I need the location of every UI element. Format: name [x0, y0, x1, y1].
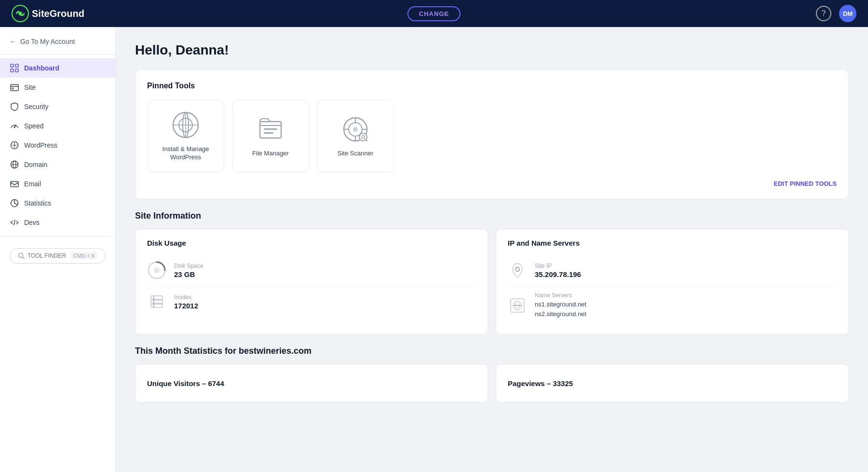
disk-space-info: Disk Space 23 GB — [174, 263, 203, 278]
name-servers-row: Name Servers ns1.siteground.net ns2.site… — [508, 286, 837, 324]
pinned-tools-title: Pinned Tools — [147, 82, 837, 90]
layout: ← Go To My Account Dashboard Site Securi… — [0, 27, 868, 472]
svg-rect-4 — [11, 69, 14, 72]
logo-text: SiteGround — [32, 8, 84, 19]
help-icon: ? — [822, 9, 826, 18]
pinned-tool-wordpress-label: Install & Manage WordPress — [155, 145, 216, 162]
wordpress-tool-icon — [171, 111, 200, 139]
site-ip-value: 35.209.78.196 — [535, 270, 581, 278]
topnav-right: ? DM — [816, 5, 856, 22]
sidebar-item-domain[interactable]: Domain — [0, 155, 115, 174]
statistics-icon — [10, 198, 19, 208]
sidebar-item-label: Domain — [24, 161, 47, 168]
site-ip-info: Site IP 35.209.78.196 — [535, 263, 581, 278]
pinned-tool-site-scanner-label: Site Scanner — [338, 150, 373, 158]
ip-name-servers-title: IP and Name Servers — [508, 239, 837, 247]
disk-usage-card: Disk Usage Disk Space 23 GB — [135, 229, 488, 334]
change-button[interactable]: CHANGE — [407, 6, 461, 21]
inodes-icon — [147, 292, 166, 311]
sidebar-item-wordpress[interactable]: WordPress — [0, 136, 115, 155]
ip-name-servers-card: IP and Name Servers Site IP 35.209.78.19… — [496, 229, 849, 334]
sidebar-item-speed[interactable]: Speed — [0, 116, 115, 136]
back-arrow-icon: ← — [10, 38, 16, 45]
sidebar-item-label: Dashboard — [24, 64, 59, 72]
topnav: SiteGround CHANGE ? DM — [0, 0, 868, 27]
disk-space-label: Disk Space — [174, 263, 203, 269]
pinned-tool-file-manager[interactable]: File Manager — [232, 100, 309, 172]
sidebar-item-security[interactable]: Security — [0, 97, 115, 116]
statistics-title: This Month Statistics for bestwineries.c… — [135, 346, 849, 356]
security-icon — [10, 102, 19, 111]
sidebar-item-dashboard[interactable]: Dashboard — [0, 58, 115, 78]
devs-icon — [10, 218, 19, 227]
search-icon — [18, 252, 25, 259]
tool-finder-label: TOOL FINDER — [27, 252, 66, 259]
pinned-tool-site-scanner[interactable]: Site Scanner — [317, 100, 394, 172]
svg-rect-12 — [11, 181, 18, 187]
go-to-my-account-link[interactable]: ← Go To My Account — [0, 33, 115, 50]
sidebar-item-label: Email — [24, 180, 41, 188]
disk-space-row: Disk Space 23 GB — [147, 255, 476, 286]
sidebar-item-statistics[interactable]: Statistics — [0, 194, 115, 213]
sidebar-divider-2 — [0, 236, 115, 236]
sidebar-item-label: Speed — [24, 122, 43, 130]
logo: SiteGround — [12, 5, 84, 22]
inodes-value: 172012 — [174, 302, 198, 310]
svg-point-8 — [14, 127, 15, 128]
siteground-logo-icon — [12, 5, 29, 22]
disk-space-value: 23 GB — [174, 270, 203, 278]
unique-visitors-card: Unique Visitors – 6744 — [135, 364, 488, 403]
disk-usage-title: Disk Usage — [147, 239, 476, 247]
site-ip-row: Site IP 35.209.78.196 — [508, 255, 837, 286]
sidebar-item-email[interactable]: Email — [0, 174, 115, 194]
site-scanner-tool-icon — [341, 115, 370, 144]
svg-rect-5 — [15, 69, 18, 72]
svg-rect-6 — [11, 84, 18, 91]
svg-rect-35 — [151, 303, 163, 305]
avatar-button[interactable]: DM — [839, 5, 856, 22]
ns2-value: ns2.siteground.net — [535, 309, 586, 319]
sidebar-item-label: Devs — [24, 219, 40, 226]
name-servers-info: Name Servers ns1.siteground.net ns2.site… — [535, 292, 586, 319]
inodes-label: Inodes — [174, 294, 198, 301]
sidebar-item-label: Site — [24, 83, 36, 91]
domain-icon — [10, 160, 19, 169]
file-manager-tool-icon — [256, 115, 285, 144]
sidebar: ← Go To My Account Dashboard Site Securi… — [0, 27, 116, 472]
svg-rect-20 — [264, 132, 273, 134]
inodes-info: Inodes 172012 — [174, 294, 198, 310]
pinned-tools-card: Pinned Tools Install & Manage WordPress — [135, 69, 849, 199]
site-info-grid: Disk Usage Disk Space 23 GB — [135, 229, 849, 334]
inodes-row: Inodes 172012 — [147, 286, 476, 317]
stats-grid: Unique Visitors – 6744 Pageviews – 33325 — [135, 364, 849, 403]
sidebar-item-label: Security — [24, 103, 49, 111]
statistics-section: This Month Statistics for bestwineries.c… — [135, 346, 849, 403]
pinned-tool-wordpress[interactable]: Install & Manage WordPress — [147, 100, 224, 172]
edit-pinned-tools-link[interactable]: EDIT PINNED TOOLS — [147, 180, 837, 187]
disk-space-icon — [147, 261, 166, 280]
svg-point-32 — [154, 267, 160, 273]
page-greeting: Hello, Deanna! — [135, 42, 849, 58]
sidebar-item-label: WordPress — [24, 141, 57, 149]
svg-rect-34 — [151, 299, 163, 301]
sidebar-item-label: Statistics — [24, 199, 51, 207]
ns1-value: ns1.siteground.net — [535, 300, 586, 309]
speed-icon — [10, 121, 19, 131]
sidebar-item-devs[interactable]: Devs — [0, 213, 115, 232]
tool-finder-shortcut: CMD + K — [71, 252, 97, 259]
pinned-tools-grid: Install & Manage WordPress File Manager — [147, 100, 837, 172]
tool-finder-button[interactable]: TOOL FINDER CMD + K — [10, 248, 106, 264]
sidebar-item-site[interactable]: Site — [0, 78, 115, 97]
pinned-tool-file-manager-label: File Manager — [252, 150, 289, 158]
wordpress-icon — [10, 140, 19, 150]
site-icon — [10, 83, 19, 92]
name-servers-icon — [508, 296, 527, 315]
name-servers-label: Name Servers — [535, 292, 586, 299]
main-content: Hello, Deanna! Pinned Tools Install & Ma… — [116, 27, 868, 472]
svg-point-37 — [515, 267, 519, 271]
email-icon — [10, 179, 19, 189]
unique-visitors-label: Unique Visitors – 6744 — [147, 379, 224, 388]
help-button[interactable]: ? — [816, 6, 831, 21]
pageviews-card: Pageviews – 33325 — [496, 364, 849, 403]
sidebar-divider — [0, 54, 115, 55]
